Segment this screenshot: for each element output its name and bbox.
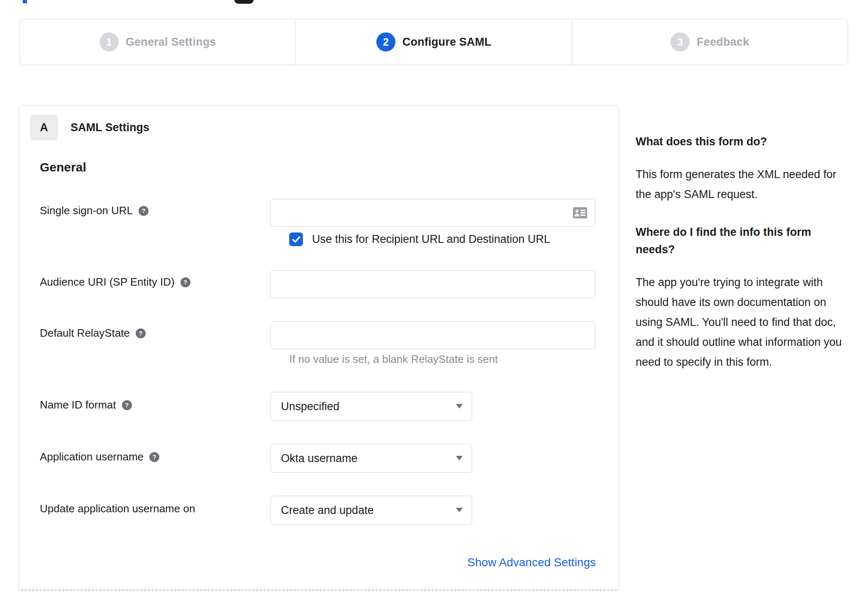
step-1-number-badge: 1 [100, 32, 119, 51]
sso-url-input-wrap [271, 199, 595, 227]
name-id-format-select[interactable]: Unspecified [271, 392, 472, 421]
sso-url-label: Single sign-on URL ? [40, 204, 149, 217]
step-2-label: Configure SAML [402, 36, 491, 49]
help-answer-2: The app you're trying to integrate with … [636, 272, 848, 372]
name-id-format-label-text: Name ID format [40, 399, 116, 411]
update-username-on-label: Update application username on [40, 502, 195, 515]
help-question-1: What does this form do? [636, 133, 848, 150]
top-edge-remnant [234, 0, 254, 4]
relaystate-input[interactable] [271, 321, 595, 349]
audience-uri-label-text: Audience URI (SP Entity ID) [40, 276, 175, 289]
application-username-help-icon[interactable]: ? [149, 452, 159, 462]
sso-url-label-text: Single sign-on URL [40, 204, 133, 217]
advanced-section-dashed-divider [21, 590, 617, 591]
audience-uri-input[interactable] [271, 270, 595, 298]
audience-uri-label: Audience URI (SP Entity ID) ? [40, 276, 190, 289]
setup-wizard-stepper: 1 General Settings 2 Configure SAML 3 Fe… [20, 19, 848, 65]
panel-title: SAML Settings [71, 121, 149, 134]
application-username-value: Okta username [281, 452, 358, 465]
recipient-url-checkbox[interactable] [289, 232, 303, 246]
show-advanced-settings-link[interactable]: Show Advanced Settings [467, 556, 596, 569]
name-id-format-label: Name ID format ? [40, 399, 132, 411]
general-section-heading: General [40, 160, 86, 174]
recipient-url-checkbox-label[interactable]: Use this for Recipient URL and Destinati… [312, 233, 550, 246]
chevron-down-icon [456, 404, 463, 409]
help-sidebar: What does this form do? This form genera… [636, 133, 848, 391]
chevron-down-icon [456, 456, 463, 460]
application-username-select[interactable]: Okta username [271, 444, 472, 473]
top-edge-accent [23, 0, 27, 3]
name-id-format-value: Unspecified [281, 400, 339, 413]
recipient-url-checkbox-row: Use this for Recipient URL and Destinati… [289, 232, 550, 246]
step-3-number-badge: 3 [671, 32, 690, 51]
audience-uri-help-icon[interactable]: ? [180, 277, 190, 287]
panel-header: A SAML Settings [30, 115, 149, 140]
step-general-settings[interactable]: 1 General Settings [20, 19, 295, 65]
relaystate-label-text: Default RelayState [40, 327, 130, 340]
relaystate-label: Default RelayState ? [40, 327, 146, 340]
name-id-format-help-icon[interactable]: ? [122, 400, 132, 410]
relaystate-help-icon[interactable]: ? [136, 328, 146, 338]
help-answer-1: This form generates the XML needed for t… [636, 164, 848, 204]
chevron-down-icon [456, 508, 463, 512]
update-username-on-value: Create and update [281, 504, 374, 517]
relaystate-hint: If no value is set, a blank RelayState i… [289, 353, 498, 366]
step-configure-saml[interactable]: 2 Configure SAML [295, 19, 571, 65]
check-icon [292, 236, 300, 243]
update-username-on-label-text: Update application username on [40, 502, 195, 515]
help-question-2: Where do I find the info this form needs… [636, 223, 848, 258]
section-a-badge: A [30, 115, 58, 140]
step-3-label: Feedback [697, 36, 749, 49]
step-1-label: General Settings [126, 36, 216, 49]
step-2-number-badge: 2 [376, 32, 395, 51]
application-username-label-text: Application username [40, 450, 144, 463]
application-username-label: Application username ? [40, 450, 159, 463]
sso-url-help-icon[interactable]: ? [139, 206, 149, 216]
update-username-on-select[interactable]: Create and update [271, 496, 472, 525]
saml-settings-panel: A SAML Settings General Single sign-on U… [19, 105, 619, 592]
sso-url-input[interactable] [271, 199, 595, 227]
step-feedback[interactable]: 3 Feedback [572, 19, 848, 65]
